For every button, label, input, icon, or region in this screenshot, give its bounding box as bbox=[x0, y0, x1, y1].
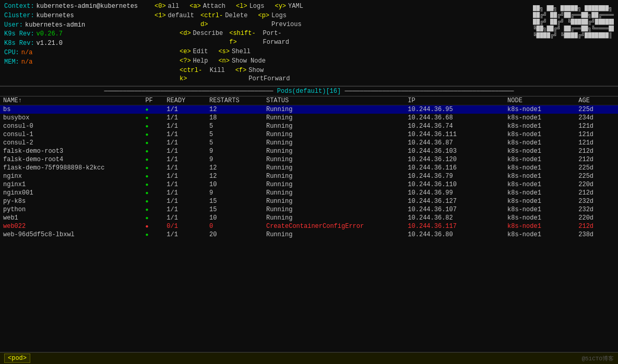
key-ctrlk: <ctrl-k> bbox=[180, 66, 208, 84]
table-row[interactable]: bs ● 1/1 12 Running 10.244.36.95 k8s-nod… bbox=[0, 105, 618, 114]
watermark: @51CTO博客 bbox=[581, 355, 614, 362]
action-shownode: Show Node bbox=[232, 57, 266, 66]
pod-status: Running bbox=[263, 189, 405, 197]
action-portforward: Port-Forward bbox=[263, 29, 305, 47]
table-row[interactable]: consul-2 ● 1/1 5 Running 10.244.36.87 k8… bbox=[0, 139, 618, 147]
pod-pf: ● bbox=[142, 130, 163, 139]
key-1: <1> bbox=[154, 11, 166, 29]
pod-pf: ● bbox=[142, 122, 163, 130]
table-row[interactable]: flask-demo-75f9988898-k2kcc ● 1/1 12 Run… bbox=[0, 164, 618, 172]
key-s: <s> bbox=[218, 47, 230, 56]
shortcuts-col1: <0> all <a> Attach <l> Logs <y> YAML <1>… bbox=[150, 2, 305, 83]
key-ctrld: <ctrl-d> bbox=[200, 11, 223, 29]
key-0: <0> bbox=[154, 2, 166, 11]
pod-age: 234d bbox=[575, 114, 618, 122]
table-container: NAME↑ PF READY RESTARTS STATUS IP NODE A… bbox=[0, 96, 618, 352]
table-row[interactable]: web022 ● 0/1 0 CreateContainerConfigErro… bbox=[0, 222, 618, 230]
pod-restarts: 10 bbox=[206, 180, 263, 189]
pod-ip: 10.244.36.95 bbox=[405, 105, 504, 114]
pod-name: web-96d5df5c8-lbxwl bbox=[0, 230, 142, 239]
table-row[interactable]: nginx ● 1/1 12 Running 10.244.36.79 k8s-… bbox=[0, 172, 618, 180]
table-row[interactable]: web1 ● 1/1 10 Running 10.244.36.82 k8s-n… bbox=[0, 214, 618, 222]
pod-node: k8s-node1 bbox=[504, 147, 575, 155]
pod-age: 238d bbox=[575, 230, 618, 239]
pod-pf: ● bbox=[142, 180, 163, 189]
table-row[interactable]: python ● 1/1 15 Running 10.244.36.107 k8… bbox=[0, 205, 618, 214]
pod-pf: ● bbox=[142, 205, 163, 214]
pod-age: 121d bbox=[575, 139, 618, 147]
svg-text:██╗  ██╗ █████╗ ███████╗
     : ██╗ ██╗ █████╗ ███████╗ ██╔╝ ██╔╝██╔══██… bbox=[533, 5, 614, 39]
pod-name: consul-0 bbox=[0, 122, 142, 130]
pod-restarts: 0 bbox=[206, 222, 263, 230]
status-dot: ● bbox=[145, 224, 148, 229]
action-logs-prev: Logs Previous bbox=[271, 11, 305, 29]
pod-node: k8s-node1 bbox=[504, 139, 575, 147]
user-value: kubernetes-admin bbox=[25, 21, 85, 30]
header-info: Context: kubernetes-admin@kubernetes Clu… bbox=[4, 2, 150, 83]
cpu-label: CPU: bbox=[4, 48, 19, 57]
key-d: <d> bbox=[180, 29, 191, 47]
table-row[interactable]: falsk-demo-root3 ● 1/1 9 Running 10.244.… bbox=[0, 147, 618, 155]
pod-name: falsk-demo-root4 bbox=[0, 155, 142, 164]
context-value: kubernetes-admin@kubernetes bbox=[37, 2, 138, 11]
key-a: <a> bbox=[189, 2, 201, 11]
pod-pf: ● bbox=[142, 147, 163, 155]
pod-node: k8s-node1 bbox=[504, 230, 575, 239]
pod-node: k8s-node1 bbox=[504, 180, 575, 189]
pod-pf: ● bbox=[142, 222, 163, 230]
pod-age: 121d bbox=[575, 122, 618, 130]
pod-ready: 1/1 bbox=[163, 205, 206, 214]
pod-ready: 1/1 bbox=[163, 164, 206, 172]
table-row[interactable]: falsk-demo-root4 ● 1/1 9 Running 10.244.… bbox=[0, 155, 618, 164]
pod-restarts: 18 bbox=[206, 114, 263, 122]
pod-restarts: 9 bbox=[206, 189, 263, 197]
col-ready: READY bbox=[163, 96, 206, 105]
table-row[interactable]: web-96d5df5c8-lbxwl ● 1/1 20 Running 10.… bbox=[0, 230, 618, 239]
table-row[interactable]: nginx001 ● 1/1 9 Running 10.244.36.99 k8… bbox=[0, 189, 618, 197]
pod-restarts: 5 bbox=[206, 139, 263, 147]
pod-restarts: 9 bbox=[206, 147, 263, 155]
pod-pf: ● bbox=[142, 230, 163, 239]
table-row[interactable]: busybox ● 1/1 18 Running 10.244.36.68 k8… bbox=[0, 114, 618, 122]
pod-pf: ● bbox=[142, 139, 163, 147]
table-row[interactable]: consul-1 ● 1/1 5 Running 10.244.36.111 k… bbox=[0, 130, 618, 139]
pod-ip: 10.244.36.82 bbox=[405, 214, 504, 222]
status-dot: ● bbox=[145, 182, 148, 188]
pod-node: k8s-node1 bbox=[504, 164, 575, 172]
pod-status: Running bbox=[263, 114, 405, 122]
pod-age: 225d bbox=[575, 164, 618, 172]
mem-label: MEM: bbox=[4, 58, 19, 67]
pod-status: Running bbox=[263, 139, 405, 147]
pod-name: py-k8s bbox=[0, 197, 142, 205]
pod-ready: 1/1 bbox=[163, 180, 206, 189]
pod-restarts: 9 bbox=[206, 155, 263, 164]
status-dot: ● bbox=[145, 215, 148, 221]
pod-ip: 10.244.36.120 bbox=[405, 155, 504, 164]
status-dot: ● bbox=[145, 107, 148, 113]
table-row[interactable]: consul-0 ● 1/1 5 Running 10.244.36.74 k8… bbox=[0, 122, 618, 130]
status-dot: ● bbox=[145, 132, 148, 138]
pod-node: k8s-node1 bbox=[504, 205, 575, 214]
pod-ready: 1/1 bbox=[163, 172, 206, 180]
pod-ip: 10.244.36.110 bbox=[405, 180, 504, 189]
pod-node: k8s-node1 bbox=[504, 197, 575, 205]
pod-pf: ● bbox=[142, 164, 163, 172]
pod-pf: ● bbox=[142, 155, 163, 164]
pod-ip: 10.244.36.68 bbox=[405, 114, 504, 122]
cluster-value: kubernetes bbox=[37, 11, 74, 20]
bottom-bar: <pod> @51CTO博客 bbox=[0, 352, 618, 364]
pod-ip: 10.244.36.117 bbox=[405, 222, 504, 230]
key-p: <p> bbox=[258, 11, 269, 29]
pod-status: Running bbox=[263, 164, 405, 172]
pod-restarts: 5 bbox=[206, 130, 263, 139]
pod-ip: 10.244.36.111 bbox=[405, 130, 504, 139]
status-dot: ● bbox=[145, 124, 148, 129]
table-row[interactable]: nginx1 ● 1/1 10 Running 10.244.36.110 k8… bbox=[0, 180, 618, 189]
pod-node: k8s-node1 bbox=[504, 172, 575, 180]
col-restarts: RESTARTS bbox=[206, 96, 263, 105]
pod-restarts: 5 bbox=[206, 122, 263, 130]
pod-pf: ● bbox=[142, 189, 163, 197]
pod-age: 212d bbox=[575, 189, 618, 197]
pod-age: 225d bbox=[575, 172, 618, 180]
table-row[interactable]: py-k8s ● 1/1 15 Running 10.244.36.127 k8… bbox=[0, 197, 618, 205]
